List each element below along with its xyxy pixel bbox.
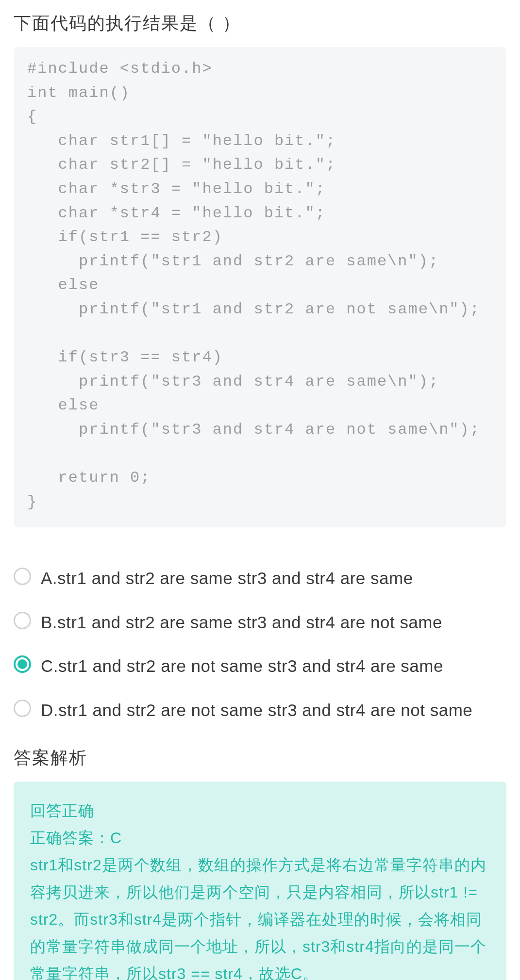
code-block: #include <stdio.h> int main() { char str… [14, 47, 506, 527]
option-c[interactable]: C.str1 and str2 are not same str3 and st… [14, 653, 506, 679]
explanation-heading: 答案解析 [14, 746, 506, 770]
explanation-box: 回答正确 正确答案：C str1和str2是两个数组，数组的操作方式是将右边常量… [14, 782, 506, 980]
explanation-status: 回答正确 [30, 797, 490, 824]
radio-icon-selected [14, 655, 31, 673]
option-label: B.str1 and str2 are same str3 and str4 a… [41, 610, 442, 636]
radio-icon [14, 568, 31, 585]
explanation-body: str1和str2是两个数组，数组的操作方式是将右边常量字符串的内容拷贝进来，所… [30, 851, 490, 980]
options-group: A.str1 and str2 are same str3 and str4 a… [14, 566, 506, 723]
option-label: C.str1 and str2 are not same str3 and st… [41, 653, 443, 679]
radio-icon [14, 700, 31, 717]
option-label: D.str1 and str2 are not same str3 and st… [41, 698, 472, 723]
radio-icon [14, 612, 31, 629]
option-a[interactable]: A.str1 and str2 are same str3 and str4 a… [14, 566, 506, 591]
divider [14, 547, 506, 547]
option-label: A.str1 and str2 are same str3 and str4 a… [41, 566, 413, 591]
question-title: 下面代码的执行结果是（ ） [14, 12, 506, 35]
option-d[interactable]: D.str1 and str2 are not same str3 and st… [14, 698, 506, 723]
explanation-correct-answer: 正确答案：C [30, 824, 490, 851]
option-b[interactable]: B.str1 and str2 are same str3 and str4 a… [14, 610, 506, 636]
